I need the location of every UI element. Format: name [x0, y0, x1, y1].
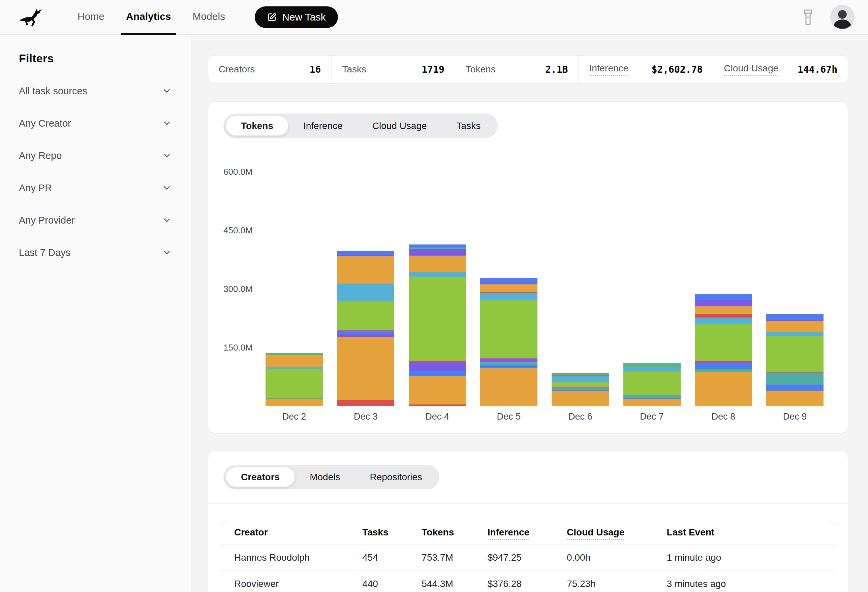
- bar-segment-orange[interactable]: [623, 399, 681, 406]
- filter-date-range[interactable]: Last 7 Days: [19, 246, 172, 259]
- bar-segment-teal[interactable]: [480, 362, 537, 365]
- bar-segment-blue[interactable]: [695, 294, 752, 300]
- table-row[interactable]: Hannes Roodolph 454 753.7M $947.25 0.00h…: [222, 545, 834, 571]
- stacked-bar-dec-2[interactable]: [266, 353, 323, 406]
- cell-tasks: 440: [362, 579, 422, 589]
- nav-item-models[interactable]: Models: [187, 0, 230, 35]
- stat-cell-tokens: Tokens 2.1B: [455, 56, 579, 83]
- bar-segment-orange[interactable]: [337, 337, 394, 400]
- stacked-bar-dec-3[interactable]: [337, 251, 394, 406]
- col-cloud-usage[interactable]: Cloud Usage: [567, 527, 666, 538]
- bar-segment-orange[interactable]: [766, 391, 824, 406]
- tab-tokens[interactable]: Tokens: [226, 116, 288, 136]
- main-content: Creators 16 Tasks 1719 Tokens 2.1B Infer…: [191, 35, 868, 592]
- filter-repo[interactable]: Any Repo: [19, 149, 172, 162]
- bar-segment-green[interactable]: [480, 300, 537, 358]
- bar-segment-orange[interactable]: [266, 399, 323, 406]
- bar-segment-orange[interactable]: [409, 256, 466, 272]
- tab-models[interactable]: Models: [295, 467, 355, 487]
- bar-segment-red[interactable]: [337, 400, 394, 406]
- bar-segment-seagreen[interactable]: [552, 373, 609, 376]
- stacked-bar-dec-6[interactable]: [552, 373, 609, 406]
- bar-segment-green[interactable]: [695, 324, 752, 361]
- stat-value: 1719: [422, 64, 444, 75]
- bar-segment-blue[interactable]: [695, 363, 752, 370]
- bar-segment-orange[interactable]: [409, 376, 466, 404]
- bar-segment-orange[interactable]: [337, 256, 394, 284]
- bar-segment-purple[interactable]: [695, 300, 752, 306]
- filter-task-sources[interactable]: All task sources: [19, 84, 172, 97]
- bar-segment-purple[interactable]: [480, 359, 537, 362]
- bar-segment-orange[interactable]: [480, 284, 537, 292]
- bar-segment-orange[interactable]: [266, 355, 323, 368]
- bar-segment-teal[interactable]: [766, 373, 824, 384]
- bar-segment-lightblue[interactable]: [409, 272, 466, 277]
- filter-creator[interactable]: Any Creator: [19, 117, 172, 130]
- bar-segment-blue[interactable]: [409, 244, 466, 247]
- bar-segment-green[interactable]: [623, 371, 681, 395]
- bar-segment-purple[interactable]: [409, 362, 466, 371]
- bar-segment-green[interactable]: [409, 277, 466, 361]
- stat-label-inference-tooltip[interactable]: Inference: [589, 63, 629, 76]
- tab-cloud-usage[interactable]: Cloud Usage: [357, 116, 442, 136]
- tab-inference[interactable]: Inference: [288, 116, 357, 136]
- bar-segment-seagreen[interactable]: [623, 363, 681, 367]
- tab-creators[interactable]: Creators: [226, 467, 295, 487]
- bar-segment-lightblue[interactable]: [480, 293, 537, 300]
- bar-segment-blue[interactable]: [480, 365, 537, 368]
- bar-segment-lightblue[interactable]: [623, 367, 681, 371]
- filter-pr[interactable]: Any PR: [19, 181, 172, 194]
- bar-segment-orange[interactable]: [480, 368, 537, 406]
- bar-segment-seagreen[interactable]: [695, 370, 752, 373]
- bar-segment-lightblue[interactable]: [695, 318, 752, 324]
- bar-segment-red[interactable]: [695, 314, 752, 318]
- bar-segment-blue[interactable]: [766, 384, 824, 391]
- stacked-bar-dec-7[interactable]: [623, 363, 681, 406]
- flashlight-icon[interactable]: [802, 9, 814, 26]
- x-tick-label: Dec 9: [766, 411, 824, 422]
- tab-tasks[interactable]: Tasks: [442, 116, 496, 136]
- bar-segment-green[interactable]: [337, 301, 394, 330]
- cell-creator: Rooviewer: [234, 579, 362, 589]
- col-inference[interactable]: Inference: [487, 527, 567, 538]
- filter-label: Last 7 Days: [19, 247, 71, 258]
- table-row[interactable]: Rooviewer 440 544.3M $376.28 75.23h 3 mi…: [222, 571, 834, 592]
- chevron-down-icon: [162, 86, 172, 96]
- bar-segment-blue[interactable]: [337, 331, 394, 334]
- nav-item-home[interactable]: Home: [72, 0, 110, 35]
- bar-segment-lightblue[interactable]: [337, 284, 394, 301]
- stacked-bar-dec-4[interactable]: [409, 244, 466, 406]
- x-tick-label: Dec 6: [552, 411, 609, 422]
- stat-value: $2,602.78: [651, 64, 703, 75]
- chart-tabs-header: Tokens Inference Cloud Usage Tasks: [208, 102, 848, 150]
- stacked-bar-dec-9[interactable]: [766, 314, 824, 406]
- bar-segment-blue[interactable]: [480, 278, 537, 283]
- bar-segment-purple[interactable]: [409, 249, 466, 256]
- bar-segment-blue[interactable]: [337, 251, 394, 255]
- cell-tokens: 753.7M: [422, 552, 487, 563]
- filter-provider[interactable]: Any Provider: [19, 214, 172, 227]
- bar-segment-green[interactable]: [552, 382, 609, 387]
- bar-segment-orange[interactable]: [552, 391, 609, 406]
- stacked-bar-dec-8[interactable]: [695, 294, 752, 406]
- bar-segment-lightblue[interactable]: [552, 376, 609, 382]
- bar-segment-orange[interactable]: [766, 321, 824, 332]
- nav-item-analytics[interactable]: Analytics: [121, 0, 176, 35]
- bar-segment-purple[interactable]: [337, 334, 394, 337]
- kangaroo-logo-icon[interactable]: [19, 7, 50, 28]
- user-avatar[interactable]: [830, 5, 855, 29]
- bar-segment-blue[interactable]: [409, 371, 466, 376]
- stat-label: Creators: [219, 64, 255, 75]
- bar-segment-green[interactable]: [766, 336, 824, 373]
- bar-segment-lightblue[interactable]: [766, 332, 824, 336]
- bar-segment-teal[interactable]: [623, 395, 681, 398]
- bar-segment-orange[interactable]: [695, 372, 752, 406]
- bar-segment-orange[interactable]: [695, 306, 752, 314]
- stacked-bar-dec-5[interactable]: [480, 278, 537, 406]
- bar-segment-blue[interactable]: [766, 314, 824, 320]
- bar-segment-seagreen[interactable]: [266, 353, 323, 355]
- tab-repositories[interactable]: Repositories: [355, 467, 437, 487]
- new-task-button[interactable]: New Task: [255, 6, 338, 28]
- bar-segment-green[interactable]: [266, 369, 323, 398]
- stat-label-cloud-usage-tooltip[interactable]: Cloud Usage: [724, 63, 778, 76]
